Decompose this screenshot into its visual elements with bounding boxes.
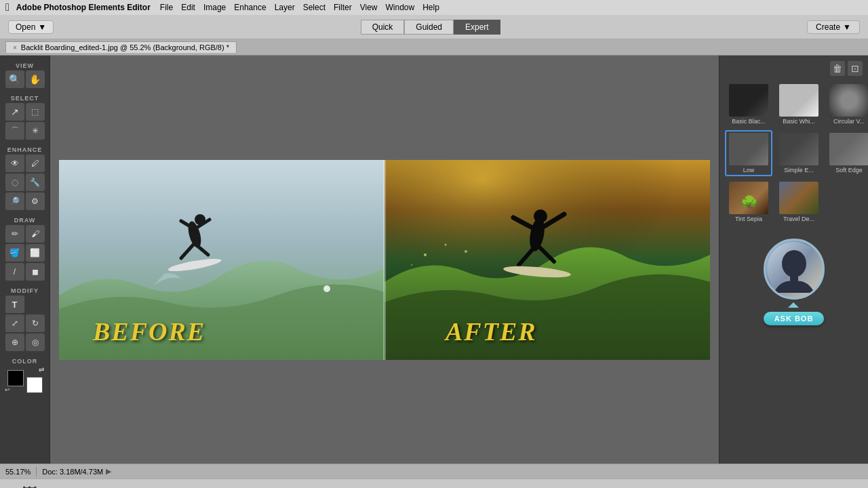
create-label: Create [816, 22, 840, 32]
svg-point-11 [534, 209, 547, 223]
effects-button[interactable]: fx Effects [686, 481, 730, 489]
ask-bob-face-svg [767, 242, 821, 296]
svg-point-19 [411, 264, 412, 266]
app-name: Adobe Photoshop Elements Editor [16, 3, 151, 12]
more-button[interactable]: ≡ More [816, 481, 860, 489]
pencil-tool[interactable]: ✏ [5, 225, 24, 243]
filter-tint-sepia[interactable]: Tint Sepia [725, 179, 772, 225]
mode-quick[interactable]: Quick [361, 20, 405, 35]
filter-basic-black-thumbnail [729, 84, 768, 117]
filter-basic-black[interactable]: Basic Blac... [725, 81, 772, 127]
rotate-button[interactable]: ⟳ Rotate [182, 481, 225, 489]
filter-simple-e[interactable]: Simple E... [775, 130, 823, 176]
filter-settings-icon[interactable]: ⊡ [848, 61, 863, 76]
filter-basic-white[interactable]: Basic Whi... [775, 81, 823, 127]
tab-filename: Backlit Boarding_edited-1.jpg @ 55.2% (B… [21, 43, 229, 52]
shape-tool[interactable]: ◼ [26, 263, 45, 281]
canvas-image[interactable]: Before [59, 160, 710, 360]
create-button[interactable]: Create ▼ [807, 20, 860, 34]
filter-basic-white-label: Basic Whi... [778, 118, 820, 125]
zoom-level: 55.17% [5, 468, 31, 476]
zoom-tool[interactable]: 🔍 [5, 70, 24, 88]
filter-soft-edge[interactable]: Soft Edge [825, 130, 868, 176]
background-color-swatch[interactable] [26, 377, 43, 393]
right-sidebar: 🗑 ⊡ Basic Blac... Basic Whi... Circular … [719, 56, 868, 464]
blur-tool[interactable]: ◌ [5, 174, 24, 191]
active-tab[interactable]: × Backlit Boarding_edited-1.jpg @ 55.2% … [5, 41, 237, 53]
foreground-color-swatch[interactable] [7, 370, 24, 386]
smart-brush-tool[interactable]: ⚙ [26, 192, 45, 210]
layers-button[interactable]: ◧ Layers [643, 481, 686, 489]
doc-size: Doc: 3.18M/4.73M [42, 468, 103, 476]
whitener-tool[interactable]: 🖊 [26, 155, 45, 172]
filter-basic-white-thumbnail [779, 84, 818, 117]
color-swatches: ⇄ ↩ [5, 366, 45, 393]
svg-point-22 [782, 250, 806, 277]
filter-grid: Basic Blac... Basic Whi... Circular V...… [725, 81, 863, 225]
quick-selection-tool[interactable]: ✳ [26, 122, 45, 140]
select-section: SELECT ↗ ⬚ ⌒ ✳ [3, 92, 47, 140]
ask-bob-button[interactable]: ASK BOB [764, 312, 825, 325]
menu-enhance[interactable]: Enhance [234, 3, 266, 12]
favorites-button[interactable]: ★ Favorites [773, 481, 816, 489]
menu-view[interactable]: View [360, 3, 378, 12]
left-sidebar: VIEW 🔍 ✋ SELECT ↗ ⬚ ⌒ ✳ ENHANCE 👁 🖊 [0, 56, 50, 464]
filter-circular-v-thumbnail [829, 84, 868, 117]
graphics-icon: + [747, 485, 756, 488]
recompose-tool[interactable]: ↻ [26, 314, 45, 332]
select-label: SELECT [3, 95, 47, 102]
organizer-button[interactable]: 🗂 Organizer [269, 481, 312, 489]
menu-edit[interactable]: Edit [181, 3, 195, 12]
hand-tool[interactable]: ✋ [26, 70, 45, 88]
menu-layer[interactable]: Layer [275, 3, 295, 12]
clone-stamp-tool[interactable]: 🔧 [26, 174, 45, 191]
transform-tool[interactable]: ⤢ [5, 314, 24, 332]
menu-filter[interactable]: Filter [334, 3, 352, 12]
undo-button[interactable]: ↩ Undo [95, 481, 138, 489]
graphics-button[interactable]: + Graphics [730, 481, 773, 489]
move-tool[interactable]: ↗ [5, 103, 24, 121]
menu-window[interactable]: Window [385, 3, 414, 12]
main-layout: VIEW 🔍 ✋ SELECT ↗ ⬚ ⌒ ✳ ENHANCE 👁 🖊 [0, 56, 868, 464]
eraser-tool[interactable]: ⬜ [26, 244, 45, 262]
brush-tool[interactable]: 🖌 [26, 225, 45, 243]
filter-travel-de[interactable]: Travel De... [775, 179, 823, 225]
menu-help[interactable]: Help [422, 3, 439, 12]
menu-file[interactable]: File [160, 3, 173, 12]
spot-healing-tool[interactable]: ⊕ [5, 333, 24, 351]
line-tool[interactable]: / [5, 263, 24, 281]
swap-colors-icon[interactable]: ⇄ [39, 366, 44, 373]
type-tool[interactable]: T [5, 296, 24, 313]
red-eye-tool[interactable]: 👁 [5, 155, 24, 172]
menu-image[interactable]: Image [203, 3, 226, 12]
crop-tool[interactable]: 🔎 [5, 192, 24, 210]
reset-colors-icon[interactable]: ↩ [5, 386, 10, 393]
statusbar-arrow[interactable]: ▶ [106, 467, 111, 476]
filter-basic-black-label: Basic Blac... [728, 118, 770, 125]
filter-circular-v[interactable]: Circular V... [825, 81, 868, 127]
after-label: After [446, 317, 537, 346]
mode-expert[interactable]: Expert [454, 20, 500, 35]
modify-label: MODIFY [3, 287, 47, 294]
tool-options-button[interactable]: ⚙ Tool Options [52, 481, 95, 489]
filter-low[interactable]: Low [725, 130, 772, 176]
paint-bucket-tool[interactable]: 🪣 [5, 244, 24, 262]
open-button[interactable]: Open ▼ [8, 20, 54, 34]
menubar:  Adobe Photoshop Elements Editor File E… [0, 0, 868, 15]
enhance-section: ENHANCE 👁 🖊 ◌ 🔧 🔎 ⚙ [3, 144, 47, 210]
tab-close-icon[interactable]: × [13, 44, 17, 52]
filter-simple-e-thumbnail [779, 133, 818, 165]
redo-button[interactable]: ↪ Redo [138, 481, 182, 489]
marquee-tool[interactable]: ⬚ [26, 103, 45, 121]
lasso-tool[interactable]: ⌒ [5, 122, 24, 140]
divider-line [383, 160, 386, 360]
canvas-area: Before [50, 56, 719, 464]
filter-travel-de-thumbnail [779, 182, 818, 214]
menu-select[interactable]: Select [303, 3, 326, 12]
delete-filter-icon[interactable]: 🗑 [830, 61, 845, 76]
photo-bin-button[interactable]: 🖼 Photo Bin [8, 481, 52, 489]
layout-button[interactable]: ⊞ Layout [225, 481, 269, 489]
statusbar-separator [36, 467, 37, 476]
healing-brush-tool2[interactable]: ◎ [26, 333, 45, 351]
mode-guided[interactable]: Guided [404, 20, 454, 35]
